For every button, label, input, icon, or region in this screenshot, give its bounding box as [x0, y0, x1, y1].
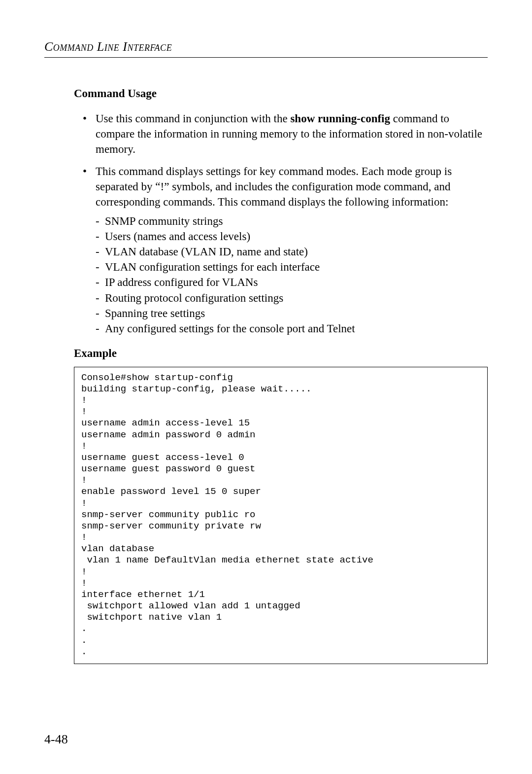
list-item: IP address configured for VLANs — [105, 275, 488, 290]
example-heading: Example — [74, 347, 488, 360]
sub-list: SNMP community strings Users (names and … — [96, 213, 488, 336]
list-item: VLAN database (VLAN ID, name and state) — [105, 244, 488, 259]
page-number: 4-48 — [44, 732, 68, 747]
running-head: Command Line Interface — [44, 39, 488, 58]
list-item: Users (names and access levels) — [105, 229, 488, 244]
section-title: Command Usage — [74, 87, 488, 100]
list-item: VLAN configuration settings for each int… — [105, 259, 488, 275]
bullet-list: Use this command in conjunction with the… — [74, 111, 488, 336]
content-area: Command Usage Use this command in conjun… — [74, 87, 488, 664]
list-item: SNMP community strings — [105, 213, 488, 229]
list-item: Spanning tree settings — [105, 306, 488, 321]
list-item: This command displays settings for key c… — [94, 164, 488, 336]
text: Use this command in conjunction with the — [96, 112, 290, 125]
code-block: Console#show startup-config building sta… — [74, 367, 488, 664]
list-item: Routing protocol configuration settings — [105, 290, 488, 306]
list-item: Use this command in conjunction with the… — [94, 111, 488, 157]
list-item: Any configured settings for the console … — [105, 321, 488, 336]
page: Command Line Interface Command Usage Use… — [0, 0, 532, 774]
bold-term: show running-config — [290, 112, 390, 125]
text: This command displays settings for key c… — [96, 165, 452, 208]
